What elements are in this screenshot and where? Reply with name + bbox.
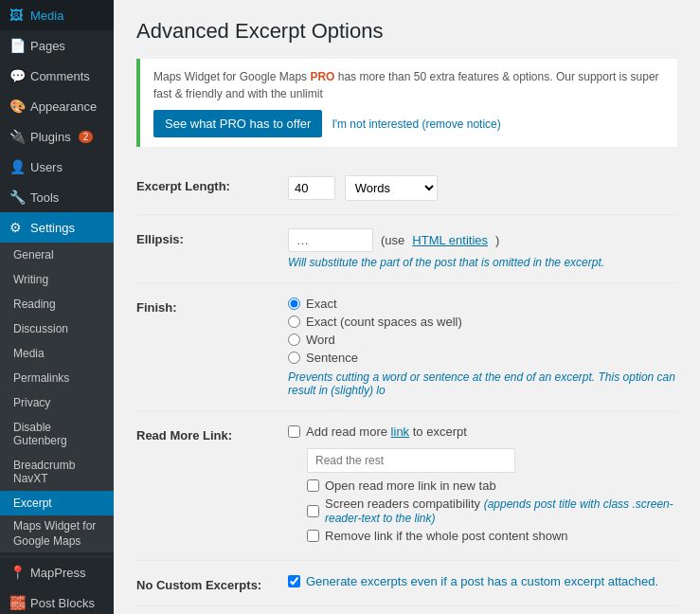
- option-row-link-whole-excerpt: Link Whole Excerpt: Makes the whole exce…: [136, 606, 677, 614]
- finish-note: Prevents cutting a word or sentence at t…: [288, 370, 677, 397]
- sidebar-item-post-blocks[interactable]: 🧱 Post Blocks: [0, 587, 114, 614]
- no-custom-excerpts-label: No Custom Excerpts:: [136, 574, 288, 592]
- main-content: Advanced Excerpt Options Maps Widget for…: [114, 0, 700, 614]
- finish-label: Finish:: [136, 297, 288, 315]
- ellipsis-input[interactable]: [288, 228, 373, 252]
- submenu-writing[interactable]: Writing: [0, 267, 114, 292]
- plugins-icon: 🔌: [9, 129, 25, 144]
- promo-banner: Maps Widget for Google Maps PRO has more…: [136, 59, 677, 147]
- finish-sentence-radio[interactable]: [288, 352, 300, 364]
- option-row-ellipsis: Ellipsis: (use HTML entities) Will subst…: [136, 215, 677, 283]
- read-more-control: Add read more link to excerpt Open read …: [288, 424, 677, 547]
- screen-readers-note: (appends post title with class .screen-r…: [325, 497, 673, 525]
- add-read-more-checkbox[interactable]: [288, 425, 300, 438]
- mappress-icon: 📍: [9, 565, 25, 580]
- finish-exact-spaces[interactable]: Exact (count spaces as well): [288, 315, 677, 329]
- no-custom-excerpts-checkbox[interactable]: [288, 575, 300, 587]
- no-custom-excerpts-item[interactable]: Generate excerpts even if a post has a c…: [288, 574, 677, 588]
- sidebar-item-appearance[interactable]: 🎨 Appearance: [0, 91, 114, 121]
- submenu-discussion[interactable]: Discussion: [0, 316, 114, 341]
- read-more-indented: Open read more link in new tab Screen re…: [307, 442, 677, 543]
- screen-readers-checkbox[interactable]: [307, 505, 319, 517]
- sidebar-bottom-section: 📍 MapPress 🧱 Post Blocks 📷 Instagram Fee…: [0, 556, 114, 614]
- sidebar: 🖼 Media 📄 Pages 💬 Comments 🎨 Appearance …: [0, 0, 114, 614]
- submenu-general[interactable]: General: [0, 243, 114, 267]
- finish-control: Exact Exact (count spaces as well) Word: [288, 297, 677, 397]
- ellipsis-label: Ellipsis:: [136, 228, 288, 246]
- screen-readers-item[interactable]: Screen readers compatibility (appends po…: [307, 497, 677, 525]
- ellipsis-subtext: Will substitute the part of the post tha…: [288, 256, 677, 269]
- read-more-text-input[interactable]: [307, 448, 515, 473]
- sidebar-menu: 🖼 Media 📄 Pages 💬 Comments 🎨 Appearance …: [0, 0, 114, 243]
- excerpt-length-label: Excerpt Length:: [136, 175, 288, 193]
- open-new-tab-item[interactable]: Open read more link in new tab: [307, 479, 677, 493]
- remove-link-checkbox[interactable]: [307, 530, 319, 542]
- promo-text-before: Maps Widget for Google Maps: [153, 70, 310, 83]
- finish-radio-group: Exact Exact (count spaces as well) Word: [288, 297, 677, 365]
- finish-exact-radio[interactable]: [288, 298, 300, 310]
- finish-word[interactable]: Word: [288, 333, 677, 347]
- read-more-label: Read More Link:: [136, 424, 288, 442]
- sidebar-item-tools[interactable]: 🔧 Tools: [0, 182, 114, 212]
- dismiss-promo-link[interactable]: I'm not interested (remove notice): [332, 116, 500, 133]
- sidebar-item-comments[interactable]: 💬 Comments: [0, 61, 114, 91]
- post-blocks-icon: 🧱: [9, 595, 25, 610]
- sidebar-item-mappress[interactable]: 📍 MapPress: [0, 557, 114, 587]
- comments-icon: 💬: [9, 68, 25, 83]
- tools-icon: 🔧: [9, 190, 25, 205]
- submenu-breadcrumb-navxt[interactable]: Breadcrumb NavXT: [0, 453, 114, 491]
- submenu-excerpt[interactable]: Excerpt: [0, 491, 114, 515]
- sidebar-item-users[interactable]: 👤 Users: [0, 152, 114, 182]
- submenu-media[interactable]: Media: [0, 341, 114, 366]
- sidebar-item-media[interactable]: 🖼 Media: [0, 0, 114, 30]
- settings-submenu: General Writing Reading Discussion Media…: [0, 243, 114, 552]
- option-row-no-custom-excerpts: No Custom Excerpts: Generate excerpts ev…: [136, 561, 677, 606]
- excerpt-unit-select[interactable]: Words Characters: [345, 175, 438, 201]
- promo-buttons: See what PRO has to offer I'm not intere…: [153, 110, 664, 137]
- excerpt-length-control: Words Characters: [288, 175, 677, 201]
- ellipsis-control: (use HTML entities) Will substitute the …: [288, 228, 677, 269]
- read-more-options: Open read more link in new tab Screen re…: [307, 479, 677, 543]
- finish-sentence[interactable]: Sentence: [288, 351, 677, 365]
- finish-exact[interactable]: Exact: [288, 297, 677, 311]
- add-read-more-checkbox-item[interactable]: Add read more link to excerpt: [288, 424, 677, 439]
- settings-icon: ⚙: [9, 220, 25, 235]
- excerpt-length-input[interactable]: [288, 176, 335, 200]
- remove-link-item[interactable]: Remove link if the whole post content sh…: [307, 529, 677, 543]
- appearance-icon: 🎨: [9, 99, 25, 114]
- media-icon: 🖼: [9, 8, 25, 23]
- submenu-privacy[interactable]: Privacy: [0, 390, 114, 415]
- ellipsis-help-prefix: (use: [381, 233, 404, 247]
- no-custom-excerpts-control: Generate excerpts even if a post has a c…: [288, 574, 677, 592]
- sidebar-item-settings[interactable]: ⚙ Settings: [0, 212, 114, 243]
- pro-badge: PRO: [310, 70, 334, 83]
- plugins-badge: 2: [79, 131, 94, 143]
- option-row-excerpt-length: Excerpt Length: Words Characters: [136, 162, 677, 215]
- option-row-finish: Finish: Exact Exact (count spaces as wel…: [136, 283, 677, 411]
- submenu-reading[interactable]: Reading: [0, 292, 114, 316]
- page-title: Advanced Excerpt Options: [136, 19, 677, 44]
- sidebar-item-plugins[interactable]: 🔌 Plugins 2: [0, 121, 114, 152]
- read-more-link-anchor[interactable]: link: [391, 424, 410, 439]
- submenu-disable-gutenberg[interactable]: Disable Gutenberg: [0, 415, 114, 453]
- ellipsis-help-suffix: ): [495, 233, 499, 247]
- submenu-permalinks[interactable]: Permalinks: [0, 366, 114, 390]
- see-pro-button[interactable]: See what PRO has to offer: [153, 110, 322, 137]
- html-entities-link[interactable]: HTML entities: [412, 233, 488, 247]
- open-new-tab-checkbox[interactable]: [307, 479, 319, 492]
- pages-icon: 📄: [9, 38, 25, 53]
- finish-word-radio[interactable]: [288, 334, 300, 346]
- users-icon: 👤: [9, 159, 25, 174]
- sidebar-item-pages[interactable]: 📄 Pages: [0, 30, 114, 61]
- option-row-read-more: Read More Link: Add read more link to ex…: [136, 411, 677, 561]
- options-table: Excerpt Length: Words Characters Ellipsi…: [136, 162, 677, 614]
- finish-exact-spaces-radio[interactable]: [288, 316, 300, 328]
- submenu-maps-widget[interactable]: Maps Widget for Google Maps: [0, 515, 114, 552]
